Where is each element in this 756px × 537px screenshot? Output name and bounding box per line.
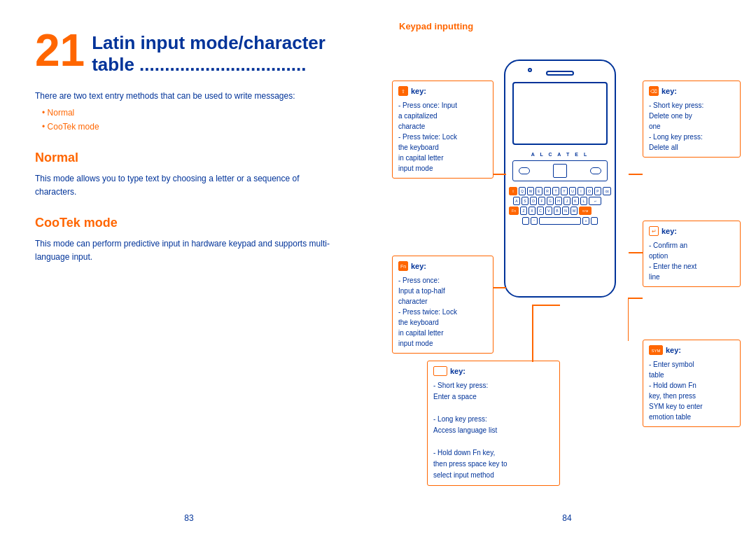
section1-title: Normal xyxy=(35,151,343,165)
phone-speaker xyxy=(546,71,574,76)
key-star: * xyxy=(531,217,538,225)
right-page: Keypad inputting A L C A T E L ⇧ Q W xyxy=(378,0,756,537)
bullet-cootek: • CooTek mode xyxy=(42,120,343,134)
line-space-v xyxy=(532,305,533,362)
key-b: B xyxy=(554,207,561,215)
key-misc2 xyxy=(591,217,598,225)
space-key-label: key: xyxy=(450,365,465,377)
key-x: X xyxy=(528,207,536,215)
enter-key-label: key: xyxy=(662,225,677,237)
key-s: S xyxy=(522,197,528,205)
sym-key-desc: - Enter symboltable- Hold down Fnkey, th… xyxy=(649,359,734,422)
key-q: Q xyxy=(519,187,526,195)
callout-backspace-key: ⌫ key: - Short key press:Delete one byon… xyxy=(643,81,741,158)
sym-key-icon: SYM xyxy=(649,345,663,355)
shift-key-label: key: xyxy=(411,85,426,97)
fn-key-label: key: xyxy=(411,260,426,272)
key-w: W xyxy=(527,187,534,195)
line-space-h xyxy=(532,305,560,306)
page-header: 21 Latin input mode/character table ....… xyxy=(35,28,343,76)
nav-bar xyxy=(512,160,608,181)
keyboard: ⇧ Q W E R T Y U I O P ⌫ A S D xyxy=(509,187,611,225)
shift-key-icon: ⇧ xyxy=(398,86,408,96)
dpad xyxy=(553,164,567,178)
line-sym-v xyxy=(628,298,629,341)
key-z: Z xyxy=(520,207,527,215)
key-n: N xyxy=(562,207,569,215)
section2-text: This mode can perform predictive input i… xyxy=(35,237,343,264)
space-key-desc: - Short key press:Enter a space - Long k… xyxy=(433,380,554,481)
right-page-number: 84 xyxy=(562,513,571,523)
key-j: J xyxy=(564,197,570,205)
intro-text: There are two text entry methods that ca… xyxy=(35,90,343,102)
backspace-key-label: key: xyxy=(662,85,677,97)
key-c: C xyxy=(537,207,544,215)
key-p: P xyxy=(594,187,601,195)
fn-key-icon: Fn xyxy=(398,261,408,271)
callout-space-key: key: - Short key press:Enter a space - L… xyxy=(427,361,560,486)
callout-fn-key: Fn key: - Press once:Input a top-halfcha… xyxy=(392,256,493,354)
key-i: I xyxy=(578,187,584,195)
key-l: L xyxy=(580,197,587,205)
key-misc1 xyxy=(522,217,529,225)
phone-camera xyxy=(528,68,532,72)
key-o: O xyxy=(586,187,593,195)
key-y: Y xyxy=(561,187,568,195)
diagram-area: A L C A T E L ⇧ Q W E R T Y U xyxy=(392,39,742,501)
page-title: Latin input mode/character table .......… xyxy=(92,28,326,76)
bullet-normal: • Normal xyxy=(42,106,343,120)
fn-key: Fn xyxy=(509,207,519,215)
key-hash: # xyxy=(582,217,589,225)
key-a: A xyxy=(513,197,520,205)
line-sym xyxy=(629,298,643,299)
left-btn xyxy=(519,167,530,174)
backspace-key-desc: - Short key press:Delete one byone- Long… xyxy=(649,100,734,153)
line-enter xyxy=(629,252,643,253)
alcatel-brand: A L C A T E L xyxy=(531,152,589,157)
section1-text: This mode allows you to type text by cho… xyxy=(35,172,343,199)
key-del: ⌫ xyxy=(603,187,611,195)
key-k: K xyxy=(572,197,579,205)
key-f: F xyxy=(538,197,545,205)
right-btn xyxy=(590,167,601,174)
shift-key: ⇧ xyxy=(509,187,517,195)
enter-key-desc: - Confirm anoption- Enter the nextline xyxy=(649,240,734,282)
section2-title: CooTek mode xyxy=(35,216,343,230)
backspace-key-icon: ⌫ xyxy=(649,86,659,96)
key-e: E xyxy=(536,187,542,195)
line-fn xyxy=(493,287,506,288)
callout-sym-key: SYM key: - Enter symboltable- Hold down … xyxy=(643,340,741,427)
callout-enter-key: ↵ key: - Confirm anoption- Enter the nex… xyxy=(643,221,741,287)
key-v: V xyxy=(545,207,552,215)
key-r: R xyxy=(544,187,551,195)
phone-screen xyxy=(512,82,608,145)
key-d: D xyxy=(530,197,537,205)
left-page-number: 83 xyxy=(184,513,193,523)
key-h: H xyxy=(555,197,562,205)
phone-illustration: A L C A T E L ⇧ Q W E R T Y U xyxy=(504,60,616,298)
space-key-icon xyxy=(433,366,447,376)
left-page: 21 Latin input mode/character table ....… xyxy=(0,0,378,537)
section-heading: Keypad inputting xyxy=(392,21,742,32)
fn-key-desc: - Press once:Input a top-halfcharacter- … xyxy=(398,275,487,349)
sym-key-label: key: xyxy=(666,344,681,356)
page-number: 21 xyxy=(35,28,85,73)
space-key xyxy=(539,217,581,225)
sym-key: SYM xyxy=(579,207,592,215)
key-enter: ↵ xyxy=(589,197,601,205)
shift-key-desc: - Press once: Inputa capitalizedcharacte… xyxy=(398,100,487,174)
key-t: T xyxy=(552,187,559,195)
enter-key-icon: ↵ xyxy=(649,226,659,236)
line-shift xyxy=(493,174,506,175)
line-backspace xyxy=(629,174,643,175)
key-g: G xyxy=(547,197,554,205)
key-m: M xyxy=(570,207,578,215)
callout-shift-key: ⇧ key: - Press once: Inputa capitalizedc… xyxy=(392,81,493,179)
key-u: U xyxy=(569,187,576,195)
